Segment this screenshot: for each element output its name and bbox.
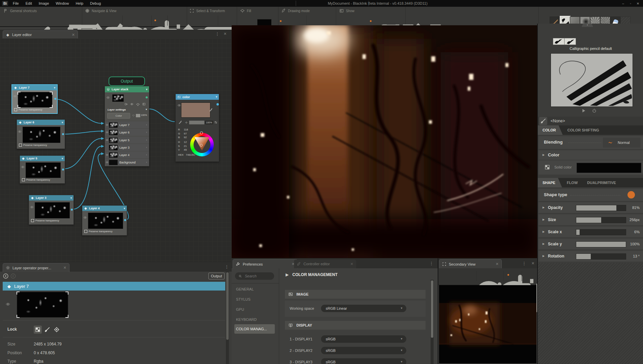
expand-arrow-icon[interactable]: ▶: [543, 202, 545, 213]
search-box[interactable]: [235, 272, 274, 280]
sidebar-item-gpu[interactable]: GPU: [236, 305, 275, 313]
stack-row-layer-4[interactable]: Layer 4›: [105, 151, 149, 158]
fill-icon[interactable]: [136, 102, 140, 107]
scrollbar-thumb[interactable]: [226, 272, 229, 340]
node-layer-4[interactable]: ◆Layer 4▾ Preserve transparency: [82, 205, 127, 236]
sidebar-item-color-management[interactable]: COLOR MANAG...: [234, 324, 275, 334]
rotate-view-button[interactable]: [110, 18, 117, 26]
collapse-icon[interactable]: ▾: [146, 108, 147, 111]
windows-toggle-button[interactable]: [383, 18, 391, 26]
expand-arrow-icon[interactable]: ▶: [543, 150, 545, 160]
color-mode-button[interactable]: Color: [107, 113, 130, 119]
size-slider[interactable]: [576, 217, 626, 223]
output-port[interactable]: [124, 219, 126, 221]
tab-preferences[interactable]: Preferences ✕: [233, 259, 298, 269]
menu-file[interactable]: File: [9, 0, 22, 7]
stack-row-layer-5[interactable]: Layer 5›: [105, 136, 149, 144]
panel-close-icon[interactable]: ✕: [531, 261, 534, 266]
controller-none-row[interactable]: <None>: [538, 117, 643, 126]
fit-screen-button[interactable]: [526, 273, 534, 280]
layer-thumbnail[interactable]: [23, 127, 60, 143]
window-icon[interactable]: [142, 102, 146, 106]
flip-horizontal-button[interactable]: [128, 18, 135, 26]
back-button[interactable]: [3, 273, 9, 279]
node-layer-5[interactable]: ◆Layer 5▾ Preserve transparency: [20, 155, 65, 184]
duplicate-button[interactable]: [47, 18, 55, 26]
search-input[interactable]: [244, 274, 272, 278]
output-node[interactable]: Output: [109, 77, 145, 86]
layer-large-thumbnail[interactable]: [17, 292, 68, 317]
node-graph[interactable]: Output ◆Layer 7▾ Preserve transparency ◆…: [0, 38, 232, 262]
node-layer-6[interactable]: ◆Layer 6▾ Preserve transparency: [17, 119, 65, 149]
paste-button[interactable]: [69, 18, 77, 26]
scrollbar-track[interactable]: [226, 272, 229, 364]
eye-icon[interactable]: [83, 216, 87, 219]
output-port[interactable]: [62, 169, 64, 171]
eye-icon[interactable]: [21, 165, 25, 169]
preserve-transparency-checkbox[interactable]: Preserve transparency: [19, 144, 47, 147]
fill-color-swatch[interactable]: [257, 19, 271, 26]
current-color-swatch[interactable]: [181, 102, 210, 118]
display3-dropdown[interactable]: sRGB▼: [321, 358, 406, 364]
sv-selector[interactable]: [200, 144, 203, 147]
expand-arrow-icon[interactable]: ▶: [543, 214, 545, 225]
panel-menu-icon[interactable]: ⋮: [215, 31, 220, 36]
maximize-button[interactable]: ▫: [628, 1, 633, 6]
lock-paint-button[interactable]: [43, 326, 51, 334]
node-layer-stack[interactable]: Layer stack▾ Layer settings ▾ Color 100%…: [105, 86, 149, 166]
zoom-tool-button[interactable]: [87, 18, 94, 26]
opacity-slider[interactable]: [576, 205, 626, 211]
forward-button[interactable]: [10, 273, 16, 279]
shape-type-dot[interactable]: [627, 191, 635, 199]
scrollbar-track[interactable]: [431, 280, 434, 364]
crop-button[interactable]: [222, 18, 230, 26]
eyedropper-icon[interactable]: [209, 108, 213, 112]
eye-icon[interactable]: [177, 103, 181, 107]
layers-toggle-button[interactable]: [361, 18, 369, 26]
panel-menu-icon[interactable]: ⋮: [522, 261, 526, 266]
eye-icon[interactable]: [6, 302, 10, 306]
delete-button[interactable]: [25, 18, 32, 26]
output-port[interactable]: [146, 96, 148, 98]
selection-frame-toggle-button[interactable]: [371, 18, 379, 26]
lasso-select-button[interactable]: [195, 18, 202, 26]
plug-toggle-button[interactable]: [341, 18, 348, 26]
fill-tool-button[interactable]: [245, 18, 253, 26]
close-tab-icon[interactable]: ✕: [72, 33, 75, 37]
solid-color-swatch[interactable]: [577, 163, 641, 173]
dup-icon[interactable]: [124, 102, 128, 106]
display1-dropdown[interactable]: sRGB▼: [321, 335, 406, 343]
node-layer-3[interactable]: ◆Layer 3▾ Preserve transparency: [29, 195, 74, 225]
expand-arrow-icon[interactable]: ▶: [543, 251, 545, 262]
close-tab-icon[interactable]: ✕: [350, 262, 353, 266]
rotation-slider[interactable]: [576, 253, 626, 260]
output-button[interactable]: Output: [208, 273, 225, 279]
collapse-panel-tab[interactable]: ▾: [582, 24, 593, 27]
menu-debug[interactable]: Debug: [87, 0, 104, 7]
hex-value[interactable]: 74615C: [186, 153, 195, 156]
tab-secondary-view[interactable]: Secondary View ✕: [439, 259, 502, 269]
secondary-view-canvas[interactable]: [439, 285, 536, 363]
tab-layer-editor[interactable]: ◆ Layer editor ✕: [3, 30, 78, 39]
zoom-tool-button[interactable]: [441, 273, 449, 280]
eyedropper-icon[interactable]: [178, 120, 182, 124]
panel-menu-icon[interactable]: ⋮: [429, 261, 434, 266]
lock-position-button[interactable]: [53, 326, 61, 334]
expand-arrow-icon[interactable]: ▶: [543, 239, 545, 249]
close-window-button[interactable]: ✕: [635, 1, 641, 6]
preserve-transparency-checkbox[interactable]: Preserve transparency: [31, 219, 59, 222]
layer-thumbnail[interactable]: [18, 92, 52, 108]
eye-icon[interactable]: [106, 96, 110, 99]
panel-menu-icon[interactable]: ⋮: [225, 264, 229, 269]
expand-arrow-icon[interactable]: ▶: [543, 226, 545, 237]
polyline-button[interactable]: [312, 18, 319, 26]
preserve-transparency-checkbox[interactable]: Preserve transparency: [14, 108, 42, 111]
working-space-dropdown[interactable]: sRGB Linear▼: [321, 305, 406, 312]
menu-edit[interactable]: Edit: [22, 0, 35, 7]
cut-button[interactable]: [58, 18, 66, 26]
tab-controller-editor[interactable]: Controller editor ✕: [294, 260, 356, 268]
scale-x-slider[interactable]: [576, 229, 626, 235]
preserve-transparency-checkbox[interactable]: Preserve transparency: [22, 178, 50, 181]
tab-shape[interactable]: SHAPE: [538, 178, 562, 187]
menu-help[interactable]: Help: [72, 0, 87, 7]
